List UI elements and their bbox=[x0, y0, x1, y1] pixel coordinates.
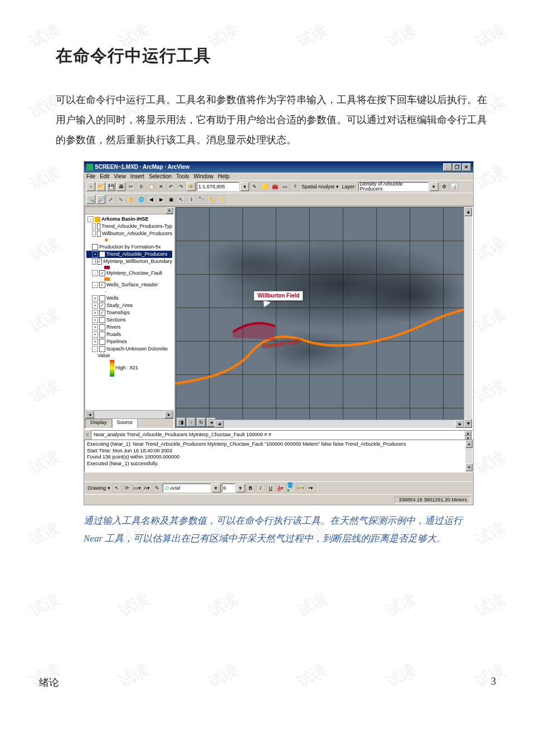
sa-options-icon[interactable]: ⚙ bbox=[440, 182, 449, 191]
layer-checkbox[interactable] bbox=[92, 244, 98, 250]
toc-layer-item[interactable]: ✺ bbox=[86, 237, 172, 243]
layer-checkbox[interactable] bbox=[99, 346, 105, 352]
toc-layer-item[interactable] bbox=[86, 277, 172, 281]
toc-hscroll[interactable]: ◂ ▸ bbox=[85, 410, 173, 418]
layer-checkbox[interactable]: ✓ bbox=[99, 310, 105, 316]
text-tool-icon[interactable]: A▾ bbox=[143, 484, 152, 492]
menu-edit[interactable]: Edit bbox=[100, 174, 109, 179]
select-elements-icon[interactable]: ↖ bbox=[113, 484, 121, 492]
toc-close-icon[interactable]: × bbox=[166, 207, 173, 214]
sa-histogram-icon[interactable]: 📊 bbox=[450, 182, 459, 191]
add-data-icon[interactable]: ✚ bbox=[187, 182, 196, 191]
undo-icon[interactable]: ↶ bbox=[167, 182, 176, 191]
toc-layer-item[interactable]: -Willburton_Arbuckle_Producers bbox=[86, 230, 172, 237]
plus-icon[interactable]: + bbox=[92, 310, 98, 316]
save-icon[interactable]: 💾 bbox=[106, 182, 115, 191]
refresh-icon[interactable]: ↻ bbox=[197, 418, 206, 427]
menu-tools[interactable]: Tools bbox=[176, 174, 189, 179]
redo-icon[interactable]: ↷ bbox=[177, 182, 186, 191]
menu-file[interactable]: File bbox=[86, 174, 95, 179]
new-icon[interactable]: ▫ bbox=[86, 182, 95, 191]
toc-tab-display[interactable]: Display bbox=[85, 419, 112, 428]
toc-layer-item[interactable]: +Wells bbox=[86, 295, 172, 302]
copy-icon[interactable]: ⎘ bbox=[137, 182, 145, 191]
select-elements-icon[interactable]: ↖ bbox=[177, 195, 186, 204]
menu-window[interactable]: Window bbox=[193, 174, 213, 179]
layer-field[interactable]: Density of Arbuckle Producers bbox=[358, 182, 429, 191]
toc-layer-item[interactable]: +Rivers bbox=[86, 324, 172, 331]
open-icon[interactable]: 📂 bbox=[96, 182, 105, 191]
toc-layer-item[interactable]: -✓MyInterp_Choctaw_Fault bbox=[86, 270, 172, 277]
minus-icon[interactable]: - bbox=[92, 223, 96, 230]
bold-icon[interactable]: B bbox=[246, 484, 255, 492]
toc-layer-item[interactable]: +Pipelines bbox=[86, 338, 172, 345]
layer-checkbox[interactable] bbox=[97, 231, 101, 237]
layer-checkbox[interactable] bbox=[99, 324, 105, 330]
shape-menu-icon[interactable]: ▭▾ bbox=[133, 484, 142, 492]
fixed-zoom-in-icon[interactable]: ⤢ bbox=[106, 195, 115, 204]
toc-layer-item[interactable]: -✓MyInterp_Willburton_Boundary bbox=[86, 258, 172, 265]
toc-layer-item[interactable]: -Trend_Arbuckle_Producers-Typ bbox=[86, 223, 172, 230]
expand-icon[interactable]: - bbox=[87, 216, 94, 222]
data-view-icon[interactable]: ◨ bbox=[177, 418, 186, 427]
layer-checkbox[interactable]: ✓ bbox=[99, 303, 105, 309]
scale-field[interactable]: 1:1,678,805 bbox=[197, 182, 239, 191]
toc-layer-item[interactable]: +Sections bbox=[86, 316, 172, 324]
arctoolbox-icon[interactable]: 🧰 bbox=[270, 182, 279, 191]
scroll-left-icon[interactable]: ◂ bbox=[85, 411, 94, 418]
maximize-button[interactable]: ❐ bbox=[453, 163, 461, 171]
rotate-icon[interactable]: ⟳ bbox=[123, 484, 132, 492]
minimize-button[interactable]: _ bbox=[443, 163, 452, 171]
cut-icon[interactable]: ✂ bbox=[127, 182, 135, 191]
zoom-out-icon[interactable]: 🔎 bbox=[96, 195, 105, 204]
fill-color-icon[interactable]: 🪣▾ bbox=[286, 484, 295, 492]
underline-icon[interactable]: U bbox=[266, 484, 275, 492]
identify-icon[interactable]: ℹ bbox=[187, 195, 196, 204]
drawing-menu[interactable]: Drawing ▾ bbox=[86, 486, 111, 491]
layer-checkbox[interactable] bbox=[97, 223, 101, 230]
menu-insert[interactable]: Insert bbox=[130, 174, 144, 179]
measure-icon[interactable]: 📏 bbox=[207, 195, 216, 204]
select-features-icon[interactable]: ▣ bbox=[167, 195, 176, 204]
minus-icon[interactable]: - bbox=[92, 346, 98, 352]
plus-icon[interactable]: + bbox=[92, 331, 98, 338]
toc-layer-item[interactable]: +✓Townships bbox=[86, 309, 172, 316]
layer-checkbox[interactable] bbox=[99, 295, 105, 301]
font-color-icon[interactable]: A̲▾ bbox=[276, 484, 285, 492]
plus-icon[interactable]: + bbox=[92, 251, 98, 257]
layer-checkbox[interactable] bbox=[99, 251, 105, 257]
pan-icon[interactable]: ✋ bbox=[127, 195, 135, 204]
layer-checkbox[interactable]: ✓ bbox=[99, 270, 105, 276]
spatial-analyst-menu[interactable]: Spatial Analyst ▾ bbox=[300, 184, 340, 189]
fixed-zoom-out-icon[interactable]: ⤡ bbox=[116, 195, 125, 204]
paste-icon[interactable]: 📋 bbox=[147, 182, 155, 191]
layer-checkbox[interactable] bbox=[99, 317, 105, 323]
toc-layer-item[interactable]: · bbox=[86, 289, 172, 295]
plus-icon[interactable]: + bbox=[92, 324, 98, 330]
close-button[interactable]: ✕ bbox=[462, 163, 471, 171]
menu-selection[interactable]: Selection bbox=[149, 174, 172, 179]
toc-layer-item[interactable]: +✓Study_Area bbox=[86, 302, 172, 309]
map-hscroll[interactable]: ◂ ▸ bbox=[215, 420, 464, 428]
editor-icon[interactable]: ✎ bbox=[250, 182, 259, 191]
map-view[interactable]: Willburton Field Choctaw Fault ◨ ▫ ↻ ◂ ◂… bbox=[174, 206, 473, 429]
find-icon[interactable]: 🔭 bbox=[197, 195, 206, 204]
arccatalog-icon[interactable]: 🟨 bbox=[260, 182, 269, 191]
toc-layer-item[interactable]: High : 821 bbox=[86, 359, 172, 377]
edit-vertices-icon[interactable]: ✎ bbox=[153, 484, 162, 492]
command-line-input[interactable]: Near_analysis Trend_Arbuckle_Producers M… bbox=[91, 430, 473, 440]
toc-layer-item[interactable]: +Trend_Arbuckle_Producers bbox=[86, 251, 172, 258]
menu-view[interactable]: View bbox=[114, 174, 126, 179]
hyperlink-icon[interactable]: ⚡ bbox=[217, 195, 226, 204]
toc-layer-item[interactable]: Value bbox=[86, 353, 172, 359]
print-icon[interactable]: 🖶 bbox=[116, 182, 125, 191]
minus-icon[interactable]: - bbox=[92, 282, 98, 288]
plus-icon[interactable]: + bbox=[92, 317, 98, 323]
plus-icon[interactable]: + bbox=[92, 303, 98, 309]
cmd-history-spin[interactable]: ▴▾ bbox=[464, 431, 471, 439]
marker-color-icon[interactable]: •▾ bbox=[307, 484, 315, 492]
dataframe-header[interactable]: - Arkoma Basin-IHSE bbox=[86, 216, 172, 223]
scroll-right-icon[interactable]: ▸ bbox=[455, 420, 464, 428]
toc-layer-item[interactable]: -✓Wells_Surface_Header bbox=[86, 281, 172, 289]
scroll-right-icon[interactable]: ▸ bbox=[164, 411, 173, 418]
